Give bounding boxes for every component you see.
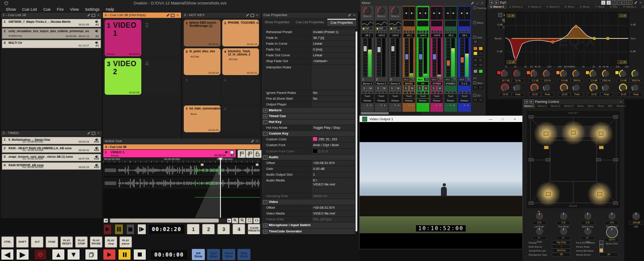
direct-out-button[interactable] — [473, 46, 478, 51]
property-row[interactable]: Interaction Rules — [262, 65, 355, 90]
pin-icon[interactable] — [166, 13, 169, 17]
fader-track[interactable] — [446, 38, 450, 77]
knob[interactable] — [535, 212, 544, 220]
property-value[interactable]: Toggle Play / Stop — [313, 126, 340, 130]
os-button[interactable]: OS — [452, 78, 457, 81]
cue-checkbox[interactable] — [230, 151, 234, 154]
active-cue-bar[interactable]: 1 VIDEO 1 Asleep 00:06:04 A1 — [103, 150, 236, 157]
minimize-icon[interactable]: – — [475, 1, 479, 5]
property-row[interactable]: - Audio — [262, 155, 355, 160]
strip-mini-buttons[interactable] — [376, 30, 387, 33]
speaker-front-right[interactable] — [589, 121, 614, 146]
property-row[interactable]: Hot Key Mode Toggle Play / Stop — [262, 125, 355, 131]
close-icon[interactable]: × — [619, 100, 623, 104]
balance-knob[interactable] — [377, 7, 385, 15]
pin-icon[interactable] — [347, 13, 351, 17]
solo-button[interactable]: S — [403, 86, 408, 91]
eq-curve-display[interactable]: EQ-X 12 dB 12 dB -12 dB -12 dB — [505, 12, 629, 66]
solo-mini-button[interactable] — [473, 85, 478, 89]
release-button[interactable]: Release — [361, 99, 373, 103]
modifier-key-button[interactable]: ALT — [31, 236, 43, 248]
property-row[interactable]: Offset +00:08:31:574 — [262, 205, 355, 211]
touch-button[interactable]: Touch — [458, 94, 470, 98]
s2-button[interactable] — [479, 58, 483, 62]
band-freq-knob[interactable] — [543, 70, 551, 78]
band-enable-button[interactable] — [585, 71, 589, 75]
bus-assign-button[interactable]: MG2 — [417, 78, 424, 81]
strip-name[interactable]: 5.1 S — [459, 82, 470, 85]
property-value[interactable]: Linear — [313, 42, 322, 46]
fader-track[interactable] — [363, 38, 367, 77]
fader-handle[interactable] — [377, 46, 381, 53]
knob[interactable] — [584, 227, 592, 236]
zoom-in-button[interactable] — [232, 218, 238, 223]
mute-label[interactable]: Mute — [477, 82, 483, 84]
timed-cue-row[interactable]: 1 6_Multiplication_-_Daniel-Diaz Go: 00:… — [2, 137, 101, 144]
bus-assign-button[interactable]: MG1 — [403, 78, 410, 81]
fader-handle[interactable] — [460, 57, 464, 63]
strip-mini-buttons[interactable] — [390, 30, 401, 33]
strip-footer-icons[interactable]: −⊕■ — [403, 103, 415, 106]
fader-handle[interactable] — [405, 54, 409, 60]
eq-thumbnail[interactable] — [431, 21, 442, 26]
band-type-knob[interactable] — [631, 84, 640, 92]
option-value[interactable]: All — [599, 253, 618, 257]
strip-mini-buttons[interactable] — [459, 30, 470, 33]
band-freq-knob[interactable] — [513, 70, 521, 78]
down-button[interactable]: ▼ — [67, 249, 80, 260]
eq-preset-button[interactable]: 1 — [601, 0, 606, 5]
strip-mini-buttons[interactable] — [417, 30, 428, 33]
band-q-knob[interactable] — [560, 84, 568, 92]
channel-tab[interactable]: Stereo 4 — [562, 104, 576, 108]
meter-enable-button[interactable] — [479, 69, 483, 73]
strip-footer-icons[interactable]: −⊕■ — [390, 103, 401, 106]
close-icon[interactable]: × — [97, 13, 100, 17]
property-row[interactable]: - Custom Key — [262, 131, 355, 137]
knob-value[interactable]: 0 ° — [532, 236, 547, 240]
scrollbar-track[interactable] — [108, 219, 227, 223]
channel-tab[interactable]: 8: MIC — [607, 5, 621, 9]
option-checkbox[interactable] — [599, 240, 603, 244]
eqx-button[interactable]: EqX — [376, 27, 387, 30]
property-row[interactable]: Fade In Curve Linear — [262, 41, 355, 47]
band-gain-knob[interactable] — [501, 70, 509, 78]
band-enable-button[interactable] — [615, 71, 619, 75]
prev-channel-icon[interactable]: ◀ — [524, 100, 528, 104]
hotkey-tile[interactable]: 2 — [143, 20, 180, 56]
option-value[interactable]: --- — [552, 244, 571, 248]
scroll-right-icon[interactable]: ▶ — [227, 219, 231, 223]
property-row[interactable]: Fade Out 0 [ms] — [262, 47, 355, 53]
show-control-button[interactable]: Pause Show — [222, 249, 235, 260]
next-channel-icon[interactable]: ▶ — [530, 100, 534, 104]
automation-mini-buttons[interactable] — [459, 91, 470, 94]
eqx-button[interactable]: EqX — [390, 27, 401, 30]
automation-mini-buttons[interactable] — [417, 91, 428, 94]
speaker-rear-left[interactable] — [536, 181, 561, 206]
effect-section-label[interactable]: Effect — [477, 21, 483, 24]
property-row[interactable]: Video Media VIDEO file.mxf — [262, 211, 355, 217]
menu-item[interactable]: Cue List — [19, 7, 40, 12]
mute-button[interactable]: M — [368, 86, 373, 91]
channel-tab[interactable]: 6: Mono — [577, 5, 592, 9]
band-type-knob[interactable] — [543, 84, 551, 92]
band-gain-knob[interactable] — [589, 70, 597, 78]
expand-icon[interactable]: - — [263, 200, 267, 204]
property-row[interactable]: - Video — [262, 199, 355, 205]
property-value[interactable]: 0.00 dB — [313, 167, 325, 171]
bypass-checkbox[interactable] — [498, 13, 502, 17]
fade-handle[interactable] — [201, 164, 203, 166]
channel-tab[interactable]: 7: Mono — [592, 5, 607, 9]
menu-item[interactable]: Settings — [82, 7, 103, 12]
close-icon[interactable]: × — [97, 131, 100, 135]
channel-tab[interactable]: 5: Mono — [562, 5, 577, 9]
band-freq-knob[interactable] — [602, 70, 610, 78]
hotkey-tile[interactable]: 3 VIDEO 2 00:00:58 — [105, 58, 141, 95]
modifier-key-button[interactable]: SHIFT — [16, 236, 29, 248]
eq-preset-button[interactable]: K — [628, 0, 632, 5]
fader-handle[interactable] — [446, 60, 450, 66]
modifier-key-button[interactable]: CTRL — [1, 236, 14, 248]
s1-button[interactable] — [473, 58, 478, 62]
knob-value[interactable]: 0 % — [605, 221, 619, 225]
strip-footer-icons[interactable]: −⊕■ — [459, 103, 470, 106]
timed-cue-row[interactable]: 4 RAIN INTERIOR_AB sono Go: 00:00:16:000… — [2, 162, 101, 170]
